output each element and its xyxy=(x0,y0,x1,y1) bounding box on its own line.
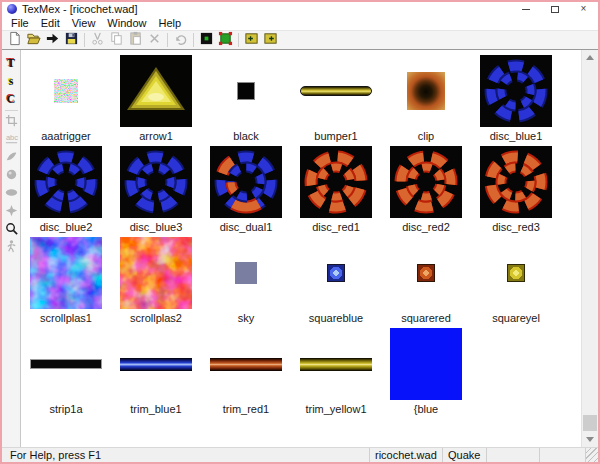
add-texture-button[interactable] xyxy=(242,32,261,49)
colors-tool-icon: C xyxy=(7,92,16,107)
texture-thumbnail[interactable] xyxy=(480,55,552,127)
resize-grip[interactable] xyxy=(585,448,598,462)
texture-thumbnail[interactable] xyxy=(407,55,445,127)
texture-item[interactable]: squarered xyxy=(381,237,471,328)
texture-item[interactable]: disc_blue3 xyxy=(111,146,201,237)
texture-image xyxy=(407,72,445,110)
texture-thumbnail[interactable] xyxy=(120,237,192,309)
texture-item[interactable]: trim_blue1 xyxy=(111,328,201,419)
new-wad-button[interactable] xyxy=(5,32,24,49)
texture-item[interactable]: black xyxy=(201,55,291,146)
texture-thumbnail[interactable] xyxy=(300,328,372,400)
texture-label: disc_blue2 xyxy=(40,221,93,233)
texture-label: disc_dual1 xyxy=(220,221,273,233)
texture-thumbnail[interactable] xyxy=(30,237,102,309)
texture-item[interactable]: disc_blue2 xyxy=(21,146,111,237)
texture-item[interactable]: disc_red2 xyxy=(381,146,471,237)
texture-label: squareyel xyxy=(492,312,540,324)
texture-thumbnail[interactable] xyxy=(210,146,282,218)
texture-item[interactable]: disc_red1 xyxy=(291,146,381,237)
texture-thumbnail[interactable] xyxy=(120,146,192,218)
scroll-up-button[interactable] xyxy=(582,50,598,65)
texture-thumbnail[interactable] xyxy=(235,237,257,309)
texture-thumbnail[interactable] xyxy=(390,328,462,400)
menu-window[interactable]: Window xyxy=(101,16,152,30)
shrink-tool-button[interactable]: s xyxy=(3,72,20,90)
texture-thumbnail[interactable] xyxy=(237,55,255,127)
paste-button xyxy=(126,32,145,49)
texture-item[interactable]: squareyel xyxy=(471,237,561,328)
texture-thumbnail[interactable] xyxy=(120,328,192,400)
toolbar-separator xyxy=(167,33,168,47)
texture-item[interactable]: {blue xyxy=(381,328,471,419)
texture-thumbnail[interactable] xyxy=(54,55,78,127)
texture-item[interactable]: disc_dual1 xyxy=(201,146,291,237)
status-pane xyxy=(486,448,539,462)
star-tool-button xyxy=(3,203,20,221)
minimize-button[interactable] xyxy=(511,2,540,16)
texture-label: disc_red3 xyxy=(492,221,540,233)
view-fit-button[interactable] xyxy=(216,32,235,49)
menu-file[interactable]: File xyxy=(5,16,35,30)
menu-view[interactable]: View xyxy=(66,16,102,30)
texture-image xyxy=(480,55,552,127)
texture-thumbnail[interactable] xyxy=(327,237,345,309)
shrink-tool-icon: s xyxy=(9,74,14,89)
texture-item[interactable]: aaatrigger xyxy=(21,55,111,146)
texture-item[interactable]: strip1a xyxy=(21,328,111,419)
new-wad-icon xyxy=(7,31,22,50)
texture-thumbnail[interactable] xyxy=(390,146,462,218)
texture-canvas: aaatriggerarrow1blackbumper1clipdisc_blu… xyxy=(21,50,581,447)
texture-thumbnail[interactable] xyxy=(300,146,372,218)
texture-thumbnail[interactable] xyxy=(480,146,552,218)
texture-item[interactable]: squareblue xyxy=(291,237,381,328)
texture-item[interactable]: sky xyxy=(201,237,291,328)
texture-thumbnail[interactable] xyxy=(120,55,192,127)
add-textures-button[interactable] xyxy=(261,32,280,49)
texture-item[interactable]: trim_yellow1 xyxy=(291,328,381,419)
undo-button xyxy=(171,32,190,49)
status-pane: ricochet.wad xyxy=(369,448,442,462)
cut-button xyxy=(88,32,107,49)
export-arrow-button[interactable] xyxy=(43,32,62,49)
vertical-scrollbar[interactable] xyxy=(581,50,598,447)
magnify-tool-button[interactable] xyxy=(3,221,20,239)
window-title: TexMex - [ricochet.wad] xyxy=(22,2,138,16)
status-pane: Quake xyxy=(442,448,486,462)
texture-thumbnail[interactable] xyxy=(30,328,102,400)
texture-label: trim_blue1 xyxy=(130,403,181,415)
paste-icon xyxy=(128,31,143,50)
texture-item[interactable]: disc_blue1 xyxy=(471,55,561,146)
close-button[interactable]: × xyxy=(569,2,598,16)
texture-item[interactable]: disc_red3 xyxy=(471,146,561,237)
texture-thumbnail[interactable] xyxy=(507,237,525,309)
menu-edit[interactable]: Edit xyxy=(35,16,66,30)
texture-thumbnail[interactable] xyxy=(417,237,435,309)
open-wad-button[interactable] xyxy=(24,32,43,49)
scroll-down-button[interactable] xyxy=(582,432,598,447)
undo-icon xyxy=(173,31,188,50)
colors-tool-button[interactable]: C xyxy=(3,90,20,108)
texture-item[interactable]: clip xyxy=(381,55,471,146)
texture-label: disc_blue3 xyxy=(130,221,183,233)
texture-item[interactable]: arrow1 xyxy=(111,55,201,146)
save-button[interactable] xyxy=(62,32,81,49)
menu-help[interactable]: Help xyxy=(152,16,187,30)
texture-item[interactable]: trim_red1 xyxy=(201,328,291,419)
texture-item[interactable]: bumper1 xyxy=(291,55,381,146)
texture-tool-button[interactable]: T xyxy=(3,54,20,72)
texture-label: trim_yellow1 xyxy=(305,403,366,415)
texture-item[interactable]: scrollplas1 xyxy=(21,237,111,328)
texture-thumbnail[interactable] xyxy=(30,146,102,218)
texture-image xyxy=(480,146,552,218)
scrollbar-thumb[interactable] xyxy=(583,415,597,431)
cut-icon xyxy=(90,31,105,50)
app-icon xyxy=(7,4,17,14)
texture-item[interactable]: scrollplas2 xyxy=(111,237,201,328)
view-actual-size-button[interactable] xyxy=(197,32,216,49)
maximize-button[interactable] xyxy=(540,2,569,16)
texture-label: disc_blue1 xyxy=(490,130,543,142)
texture-thumbnail[interactable] xyxy=(300,55,372,127)
texture-image xyxy=(120,146,192,218)
texture-thumbnail[interactable] xyxy=(210,328,282,400)
